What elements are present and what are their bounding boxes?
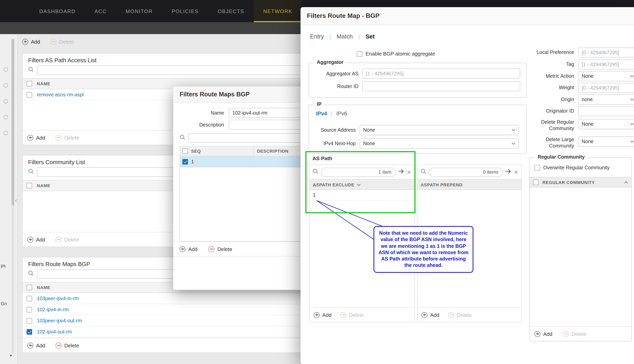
chevron-down-icon[interactable]	[357, 184, 361, 186]
next-hop-select[interactable]: None	[360, 138, 519, 149]
select-all-checkbox[interactable]	[26, 183, 32, 188]
delete-button[interactable]: Delete	[340, 312, 364, 318]
sidebar-label-fragment[interactable]: Gn	[1, 301, 7, 306]
local-preference-field[interactable]	[578, 48, 634, 58]
panel-footer: Add Delete	[418, 307, 522, 322]
rail-bullet-icon[interactable]	[4, 83, 8, 88]
add-button[interactable]: Add	[27, 134, 45, 140]
rail-bullet-icon[interactable]	[4, 68, 8, 72]
apply-filter-arrow-icon[interactable]	[398, 168, 404, 176]
sidebar-label-fragment[interactable]: ps	[1, 263, 6, 268]
add-button[interactable]: Add	[27, 342, 45, 348]
add-button[interactable]: Add	[534, 331, 552, 337]
nav-item-objects[interactable]: OBJECTS	[208, 0, 254, 22]
row-checkbox[interactable]	[26, 329, 32, 334]
add-icon	[314, 312, 320, 318]
aspath-exclude-row[interactable]: 1	[310, 190, 414, 201]
router-id-field[interactable]	[362, 81, 520, 91]
delete-regular-community-label: Delete Regular Community	[522, 119, 574, 132]
atomic-aggregate-checkbox[interactable]	[357, 51, 362, 56]
add-icon	[534, 331, 540, 337]
nav-item-network[interactable]: NETWORK	[254, 0, 302, 22]
select-all-checkbox[interactable]	[26, 285, 32, 290]
add-button[interactable]: Add	[422, 312, 439, 318]
tag-field[interactable]	[578, 60, 634, 70]
clear-filter-icon[interactable]: ✕	[514, 170, 518, 175]
nav-item-dashboard[interactable]: DASHBOARD	[30, 0, 85, 22]
scroll-down-icon[interactable]: ▼	[9, 354, 13, 358]
rail-scrollbar-thumb[interactable]	[12, 39, 14, 206]
tag-row: Tag	[522, 60, 634, 70]
weight-field[interactable]	[578, 83, 634, 93]
delete-button[interactable]: Delete	[563, 331, 586, 337]
origin-select[interactable]: none	[578, 94, 634, 105]
select-all-checkbox[interactable]	[533, 180, 538, 185]
originator-id-field[interactable]	[578, 106, 634, 116]
row-link[interactable]: 102-ipv4-in-rm	[37, 307, 69, 312]
delete-button[interactable]: Delete	[56, 236, 79, 242]
add-button-label: Add	[322, 312, 332, 318]
regular-community-group: Regular Community Overwrite Regular Comm…	[529, 158, 632, 342]
add-button[interactable]: Add	[314, 312, 332, 318]
tab-entry[interactable]: Entry	[310, 33, 324, 40]
delete-icon	[208, 246, 214, 252]
apply-filter-arrow-icon[interactable]	[505, 168, 512, 176]
add-button[interactable]: Add	[22, 39, 40, 44]
delete-button[interactable]: Delete	[208, 246, 232, 252]
add-button-label: Add	[430, 312, 439, 318]
delete-button-label: Delete	[59, 39, 74, 44]
delete-icon	[56, 236, 62, 242]
delete-large-community-select[interactable]: None	[578, 136, 634, 147]
regular-community-legend: Regular Community	[535, 154, 587, 160]
delete-icon	[563, 331, 568, 337]
tab-set[interactable]: Set	[365, 33, 375, 40]
select-all-checkbox[interactable]	[182, 148, 188, 154]
rail-bullet-icon[interactable]	[4, 115, 8, 119]
add-button-label: Add	[36, 236, 45, 242]
source-address-select[interactable]: None	[360, 125, 519, 135]
row-checkbox[interactable]	[182, 159, 188, 164]
rail-bullet-icon[interactable]	[4, 99, 8, 104]
tab-ipv4[interactable]: IPv4	[316, 111, 327, 116]
add-button[interactable]: Add	[27, 236, 45, 242]
metric-action-select[interactable]: None	[578, 71, 634, 81]
chevron-up-icon[interactable]	[624, 181, 628, 184]
delete-button[interactable]: Delete	[56, 342, 79, 348]
row-checkbox[interactable]	[26, 318, 32, 323]
filter-input[interactable]: 1 item	[321, 168, 396, 177]
app-screen: DASHBOARD ACC MONITOR POLICIES OBJECTS N…	[0, 0, 634, 364]
collapse-arrow-icon[interactable]: ‹	[15, 197, 17, 204]
row-link[interactable]: 102-ipv4-out-rm	[37, 329, 72, 334]
nav-item-acc[interactable]: ACC	[85, 0, 116, 22]
row-link[interactable]: remove-asns-rm-aspl	[37, 92, 84, 97]
filter-input[interactable]: 0 items	[428, 168, 503, 177]
aggregator-as-field[interactable]	[362, 68, 520, 78]
seq-cell[interactable]: 1	[188, 156, 253, 167]
delete-button-label: Delete	[64, 134, 79, 140]
row-checkbox[interactable]	[26, 92, 32, 97]
nav-item-monitor[interactable]: MONITOR	[116, 0, 162, 22]
rail-bullet-icon[interactable]	[4, 131, 8, 135]
add-button[interactable]: Add	[180, 246, 198, 252]
router-id-label: Router ID	[309, 84, 358, 89]
row-checkbox[interactable]	[26, 307, 32, 312]
select-all-checkbox[interactable]	[26, 81, 32, 86]
next-hop-row: IPv4 Next-Hop None	[309, 138, 519, 149]
delete-regular-community-select[interactable]: None	[578, 119, 634, 129]
delete-icon	[56, 342, 62, 348]
row-checkbox[interactable]	[26, 296, 32, 301]
row-link[interactable]: 103peer-ipv4-out-rm	[37, 318, 82, 323]
delete-button[interactable]: Delete	[50, 39, 74, 44]
delete-button[interactable]: Delete	[448, 312, 472, 318]
tab-match[interactable]: Match	[337, 33, 353, 40]
nav-item-policies[interactable]: POLICIES	[162, 0, 208, 22]
search-icon	[421, 168, 426, 176]
overwrite-regular-community-checkbox[interactable]	[534, 165, 540, 170]
clear-filter-icon[interactable]: ✕	[407, 170, 411, 175]
column-header-name: NAME	[37, 183, 50, 188]
row-link[interactable]: 103peer-ipv4-in-rm	[37, 296, 79, 301]
tab-ipv6[interactable]: IPv6	[336, 111, 347, 116]
panel-search-bar: 0 items ✕	[418, 165, 522, 179]
delete-button[interactable]: Delete	[56, 134, 79, 140]
tab-separator: |	[358, 33, 360, 40]
